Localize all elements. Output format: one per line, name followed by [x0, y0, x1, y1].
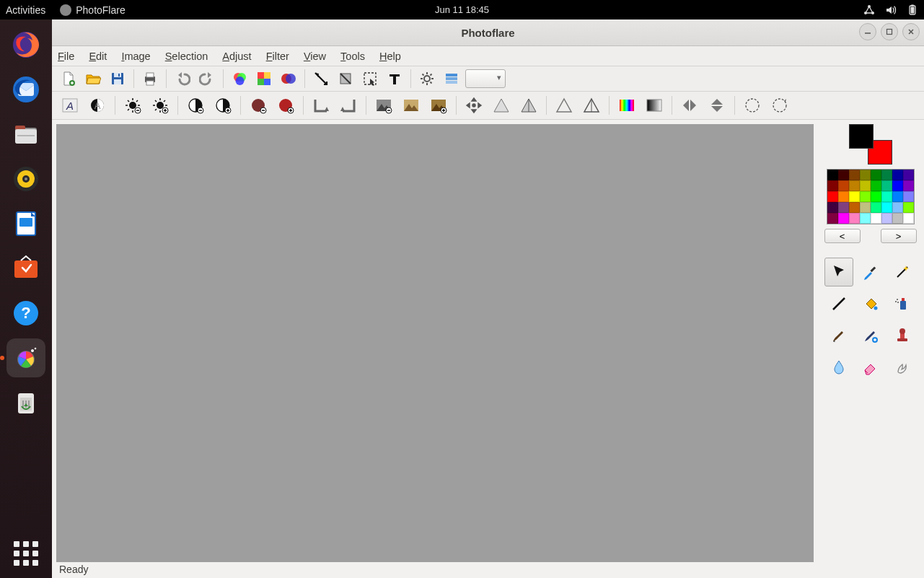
palette-swatch[interactable]	[838, 202, 849, 213]
palette-swatch[interactable]	[860, 191, 871, 202]
menu-file[interactable]: File	[58, 51, 74, 62]
warn3-button[interactable]	[552, 93, 576, 118]
foreground-color-swatch[interactable]	[849, 124, 874, 149]
text-button[interactable]	[384, 68, 405, 89]
picker-tool[interactable]	[856, 258, 885, 286]
palette-swatch[interactable]	[871, 213, 881, 224]
network-icon[interactable]	[863, 4, 875, 16]
palette-swatch[interactable]	[871, 180, 881, 191]
dock-thunderbird[interactable]	[6, 70, 45, 109]
brush-tool[interactable]	[824, 321, 853, 350]
menu-tools[interactable]: Tools	[340, 51, 365, 62]
fill-tool[interactable]	[856, 289, 885, 318]
palette-swatch[interactable]	[827, 180, 838, 191]
window-minimize-button[interactable]	[859, 23, 876, 40]
canvas-area[interactable]	[56, 124, 814, 562]
gamma-button[interactable]	[399, 93, 423, 118]
menu-selection[interactable]: Selection	[165, 51, 208, 62]
new-button[interactable]	[58, 68, 79, 89]
palette-swatch[interactable]	[871, 170, 881, 180]
line-tool[interactable]	[824, 289, 853, 318]
palette-swatch[interactable]	[827, 202, 838, 213]
palette-swatch[interactable]	[849, 170, 860, 180]
volume-icon[interactable]	[885, 4, 897, 16]
palette-swatch[interactable]	[838, 213, 849, 224]
palette-next-button[interactable]: >	[881, 229, 917, 243]
color-adjust-button[interactable]	[278, 68, 299, 89]
palette-swatch[interactable]	[881, 191, 892, 202]
palette-swatch[interactable]	[860, 170, 871, 180]
dock-trash[interactable]	[6, 383, 45, 422]
warn4-button[interactable]	[579, 93, 604, 118]
palette-swatch[interactable]	[881, 170, 892, 180]
zoom-combo[interactable]	[465, 69, 506, 88]
palette-swatch[interactable]	[827, 213, 838, 224]
gamma-minus-button[interactable]	[371, 93, 396, 118]
eraser-tool[interactable]	[856, 353, 885, 382]
palette-swatch[interactable]	[871, 191, 881, 202]
topbar-clock[interactable]: Jun 11 18:45	[435, 4, 489, 15]
stamp-tool[interactable]	[888, 321, 917, 350]
palette-swatch[interactable]	[860, 213, 871, 224]
palette-swatch[interactable]	[903, 191, 914, 202]
menu-view[interactable]: View	[304, 51, 326, 62]
palette-swatch[interactable]	[903, 180, 914, 191]
palette-swatch[interactable]	[881, 180, 892, 191]
palette-swatch[interactable]	[827, 191, 838, 202]
dock-help[interactable]: ?	[6, 294, 45, 333]
rgb-button[interactable]	[229, 68, 250, 89]
palette-swatch[interactable]	[892, 213, 903, 224]
invert-a-button[interactable]: A	[85, 93, 110, 118]
palette-swatch[interactable]	[838, 191, 849, 202]
layers-button[interactable]	[441, 68, 462, 89]
redo-button[interactable]	[196, 68, 218, 89]
warn2-button[interactable]	[516, 93, 541, 118]
palette-swatch[interactable]	[827, 170, 838, 180]
palette-swatch[interactable]	[849, 213, 860, 224]
wand-tool[interactable]	[888, 258, 917, 286]
palette-swatch[interactable]	[903, 170, 914, 180]
dock-software[interactable]	[6, 249, 45, 288]
arrow-tool-button[interactable]	[310, 68, 332, 89]
crop-button[interactable]	[335, 68, 356, 89]
window-close-button[interactable]	[902, 23, 920, 40]
menu-image[interactable]: Image	[121, 51, 150, 62]
flip-h-button[interactable]	[677, 93, 702, 118]
menu-help[interactable]: Help	[379, 51, 401, 62]
gamma-plus-button[interactable]	[426, 93, 451, 118]
spray-tool[interactable]	[888, 289, 917, 318]
palette-swatch[interactable]	[881, 213, 892, 224]
open-button[interactable]	[82, 68, 104, 89]
flip-v-button[interactable]	[705, 93, 729, 118]
print-button[interactable]	[139, 68, 161, 89]
gradient-button[interactable]	[642, 93, 666, 118]
palette-swatch[interactable]	[860, 202, 871, 213]
palette-swatch[interactable]	[892, 180, 903, 191]
sel-circle-arrow-button[interactable]	[767, 93, 792, 118]
palette-prev-button[interactable]: <	[824, 229, 861, 243]
smudge-tool[interactable]	[888, 353, 917, 382]
palette-swatch[interactable]	[903, 202, 914, 213]
settings-button[interactable]	[416, 68, 438, 89]
palette-swatch[interactable]	[838, 170, 849, 180]
dock-show-apps[interactable]	[12, 539, 40, 568]
dock-firefox[interactable]	[6, 25, 45, 64]
topbar-app-indicator[interactable]: PhotoFlare	[60, 4, 125, 16]
hue-button[interactable]	[615, 93, 639, 118]
palette-swatch[interactable]	[849, 180, 860, 191]
palette-swatch[interactable]	[860, 180, 871, 191]
contrast-plus-button[interactable]	[211, 93, 235, 118]
palette-swatch[interactable]	[838, 180, 849, 191]
italic-a-button[interactable]: A	[58, 93, 82, 118]
palette-swatch[interactable]	[903, 213, 914, 224]
rotate-right-button[interactable]	[336, 93, 361, 118]
palette-swatch[interactable]	[849, 202, 860, 213]
menu-adjust[interactable]: Adjust	[222, 51, 251, 62]
brightness-plus-button[interactable]	[148, 93, 172, 118]
move-button[interactable]	[462, 93, 486, 118]
palette-swatch[interactable]	[892, 170, 903, 180]
contrast-minus-button[interactable]	[183, 93, 208, 118]
dock-photoflare[interactable]	[6, 338, 45, 377]
palette-swatch[interactable]	[881, 202, 892, 213]
brightness-minus-button[interactable]	[120, 93, 145, 118]
